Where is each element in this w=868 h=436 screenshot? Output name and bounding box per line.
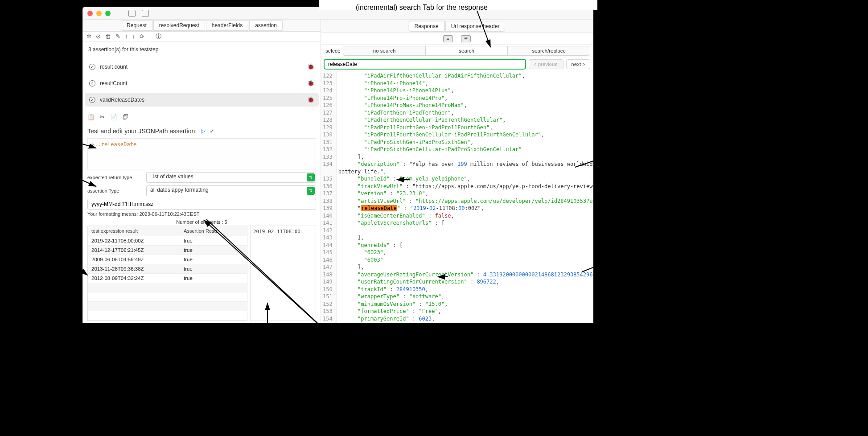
- minimize-icon[interactable]: [96, 11, 102, 16]
- search-mode-replace[interactable]: search/replace: [507, 46, 590, 56]
- list-mode-icon[interactable]: ☰: [461, 35, 471, 42]
- gear-icon[interactable]: ✲: [86, 33, 91, 40]
- jsonpath-input[interactable]: $..releaseDate: [87, 138, 316, 169]
- inspector-toggle-icon[interactable]: [142, 10, 149, 17]
- left-toolbar: ✲ ⊘ 🗑 ✎ ↑ ↓ ⟳ ⓘ: [83, 32, 321, 42]
- search-mode-nosearch[interactable]: no search: [343, 46, 426, 56]
- table-row[interactable]: 2013-11-28T09:36:38Ztrue: [88, 264, 247, 274]
- code-viewer[interactable]: 1221231241251261271281291301311321331341…: [321, 71, 593, 323]
- close-icon[interactable]: [87, 11, 93, 16]
- cut-icon[interactable]: ✂: [100, 114, 105, 120]
- assertion-editor: 📋 ✂ 📄 🗐 Test and edit your JSONPath asse…: [83, 109, 321, 323]
- tab-resolved-request[interactable]: resolvedRequest: [153, 20, 205, 31]
- table-header: Assertion Resu: [180, 226, 247, 236]
- arrow-down-icon[interactable]: ↓: [132, 33, 136, 40]
- date-pattern-input[interactable]: [87, 199, 316, 210]
- previous-button[interactable]: < previous:: [529, 59, 564, 69]
- raw-preview: 2019-02-11T08:00:: [250, 226, 316, 321]
- refresh-icon[interactable]: ⟳: [140, 33, 144, 40]
- traffic-lights: [87, 11, 111, 16]
- check-circle-icon: ✓: [89, 97, 95, 103]
- assertion-item[interactable]: ✓ resultCount 🐞: [85, 76, 319, 90]
- assertion-item[interactable]: ✓ validReleaseDates 🐞: [85, 93, 319, 107]
- assertion-item-label: resultCount: [100, 80, 127, 86]
- chevron-updown-icon: ⇅: [307, 187, 315, 195]
- formatting-hint-label: Your formatting means: 2023-06-11T10:22:…: [87, 211, 316, 217]
- bug-icon[interactable]: 🐞: [307, 80, 314, 86]
- check-icon[interactable]: ✓: [210, 128, 214, 135]
- assertion-item[interactable]: ✓ result count 🐞: [85, 60, 319, 74]
- expected-return-type-label: expected return type: [87, 175, 143, 180]
- search-input[interactable]: [324, 59, 526, 70]
- next-button[interactable]: next >: [566, 59, 590, 69]
- expected-return-type-select[interactable]: List of date values ⇅: [146, 172, 316, 183]
- tab-request[interactable]: Request: [121, 20, 152, 31]
- tab-header-fields[interactable]: headerFields: [206, 20, 248, 31]
- tab-response[interactable]: Response: [409, 21, 444, 32]
- annotation-text: (incremental) search Tab for the respons…: [356, 4, 488, 12]
- table-header: test expression result: [88, 226, 180, 236]
- bug-icon[interactable]: 🐞: [307, 63, 314, 70]
- search-mode-search[interactable]: search: [425, 46, 508, 56]
- assertion-item-label: result count: [100, 64, 128, 70]
- assertion-item-label: validReleaseDates: [100, 97, 144, 103]
- left-tabs: Request resolvedRequest headerFields ass…: [83, 20, 321, 32]
- play-icon[interactable]: ▷: [201, 128, 205, 134]
- tab-assertion[interactable]: assertion: [249, 20, 283, 31]
- duplicate-icon[interactable]: 🗐: [123, 114, 128, 120]
- edit-icon[interactable]: ✎: [115, 33, 120, 40]
- left-pane: Request resolvedRequest headerFields ass…: [83, 20, 321, 323]
- assertion-list: ✓ result count 🐞 ✓ resultCount 🐞 ✓ valid…: [83, 57, 321, 109]
- assertion-count-label: 3 assertion(s) for this teststep: [83, 42, 321, 57]
- check-circle-icon[interactable]: ⊘: [96, 33, 101, 40]
- result-table: test expression result Assertion Resu 20…: [87, 226, 247, 321]
- right-tabs: Response Url response header: [321, 20, 593, 33]
- editor-title: Test and edit your JSONPath assertion:: [87, 128, 197, 135]
- tab-url-response-header[interactable]: Url response header: [445, 21, 506, 32]
- table-row[interactable]: 2012-08-09T04:32:24Ztrue: [88, 274, 247, 283]
- check-circle-icon: ✓: [89, 64, 95, 70]
- table-row[interactable]: 2009-06-08T04:59:49Ztrue: [88, 255, 247, 264]
- table-row[interactable]: 2014-12-17T06:21:45Ztrue: [88, 246, 247, 255]
- bug-icon[interactable]: 🐞: [307, 96, 314, 103]
- check-circle-icon: ✓: [89, 80, 95, 86]
- right-pane: Response Url response header ≡ ☰ select:…: [321, 20, 593, 323]
- assertion-type-label: assertion Type: [87, 188, 143, 193]
- zoom-icon[interactable]: [105, 11, 111, 16]
- search-select-label: select:: [323, 48, 343, 53]
- element-count-label: Number of elements : 5: [87, 219, 316, 225]
- paste-icon[interactable]: 📄: [110, 114, 117, 120]
- view-mode-icon[interactable]: ≡: [443, 35, 453, 42]
- assertion-type-select[interactable]: all dates appy formatting ⇅: [146, 185, 316, 196]
- search-mode-row: select: no search search search/replace: [321, 45, 593, 57]
- arrow-up-icon[interactable]: ↑: [125, 33, 128, 40]
- chevron-updown-icon: ⇅: [307, 173, 315, 181]
- trash-icon[interactable]: 🗑: [105, 33, 111, 40]
- sidebar-toggle-icon[interactable]: [128, 10, 136, 17]
- copy-icon[interactable]: 📋: [87, 114, 95, 120]
- info-icon[interactable]: ⓘ: [156, 33, 161, 41]
- table-row[interactable]: 2019-02-11T08:00:00Ztrue: [88, 236, 247, 246]
- app-window: Request resolvedRequest headerFields ass…: [82, 7, 593, 323]
